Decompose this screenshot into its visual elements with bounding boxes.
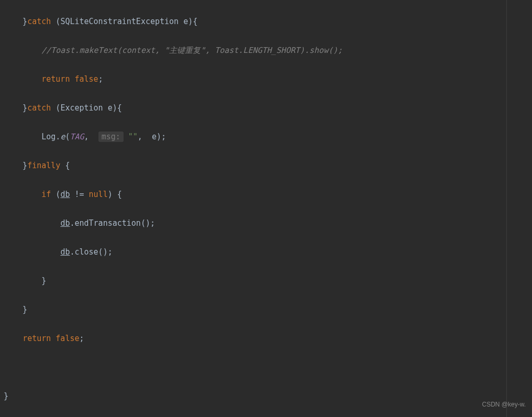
code-line: }catch (SQLiteConstraintException e){ bbox=[4, 15, 528, 29]
param-hint-msg: msg: bbox=[98, 131, 124, 142]
code-line: }finally { bbox=[4, 159, 528, 173]
code-line bbox=[4, 360, 528, 375]
code-line: } bbox=[4, 303, 528, 317]
code-line: if (db != null) { bbox=[4, 188, 528, 202]
code-line: return false; bbox=[4, 72, 528, 87]
code-line: db.endTransaction(); bbox=[4, 216, 528, 231]
code-line: return false; bbox=[4, 332, 528, 346]
code-line: } bbox=[4, 389, 528, 404]
code-line: Log.e(TAG, msg: "", e); bbox=[4, 130, 528, 145]
code-line: //Toast.makeText(context, "主键重复", Toast.… bbox=[4, 43, 528, 58]
code-line: db.close(); bbox=[4, 245, 528, 260]
code-line: }catch (Exception e){ bbox=[4, 101, 528, 116]
code-editor[interactable]: }catch (SQLiteConstraintException e){ //… bbox=[0, 0, 532, 417]
code-line: } bbox=[4, 274, 528, 289]
watermark: CSDN @key-w. bbox=[482, 398, 526, 412]
